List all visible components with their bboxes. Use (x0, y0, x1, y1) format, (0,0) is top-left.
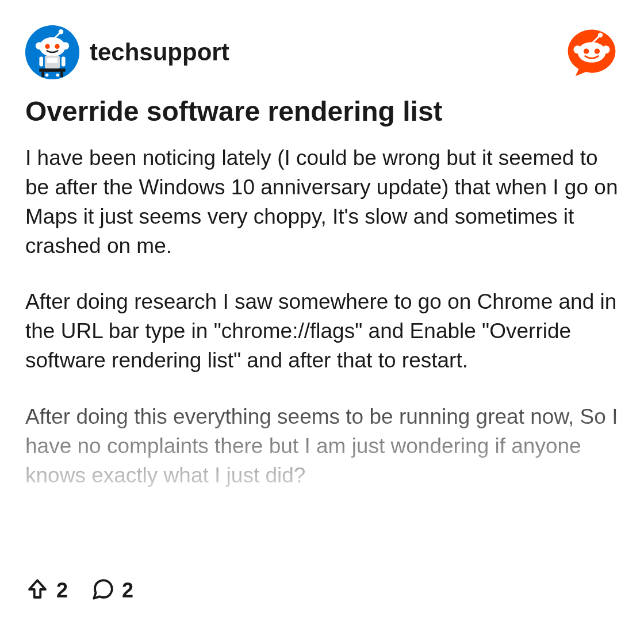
subreddit-avatar (25, 25, 79, 79)
post-paragraph: After doing research I saw somewhere to … (25, 287, 619, 375)
svg-rect-14 (60, 72, 63, 77)
post-paragraph: After doing this everything seems to be … (25, 402, 619, 490)
subreddit-link[interactable]: techsupport (25, 25, 229, 79)
post-header: techsupport (25, 25, 619, 79)
svg-point-2 (59, 29, 63, 34)
svg-point-6 (45, 44, 49, 48)
svg-point-21 (601, 45, 610, 53)
post-body: I have been noticing lately (I could be … (25, 143, 619, 546)
svg-rect-12 (39, 68, 65, 72)
svg-rect-13 (41, 72, 44, 77)
svg-point-4 (36, 42, 43, 49)
post-title: Override software rendering list (25, 95, 619, 127)
comment-button[interactable]: 2 (91, 577, 133, 604)
subreddit-name: techsupport (90, 39, 229, 66)
svg-point-23 (595, 48, 600, 53)
upvote-icon (25, 577, 49, 604)
post-paragraph: I have been noticing lately (I could be … (25, 143, 619, 260)
svg-point-5 (62, 42, 69, 49)
svg-point-20 (574, 45, 582, 53)
svg-point-3 (39, 37, 65, 57)
comment-count: 2 (122, 578, 133, 603)
comment-icon (91, 577, 115, 604)
svg-point-16 (56, 74, 60, 77)
post-footer: 2 2 (25, 577, 133, 604)
svg-rect-10 (39, 57, 43, 67)
svg-point-18 (598, 33, 603, 37)
reddit-logo-icon[interactable] (565, 25, 619, 79)
svg-rect-9 (47, 57, 58, 63)
post-paragraph: The little research I could gather it se… (25, 516, 619, 546)
post-body-wrapper: I have been noticing lately (I could be … (25, 143, 619, 557)
svg-point-15 (45, 74, 49, 77)
upvote-button[interactable]: 2 (25, 577, 68, 604)
svg-rect-11 (62, 57, 66, 67)
svg-point-22 (584, 48, 589, 53)
svg-point-7 (55, 44, 59, 48)
svg-point-19 (578, 42, 606, 63)
upvote-count: 2 (56, 578, 68, 603)
